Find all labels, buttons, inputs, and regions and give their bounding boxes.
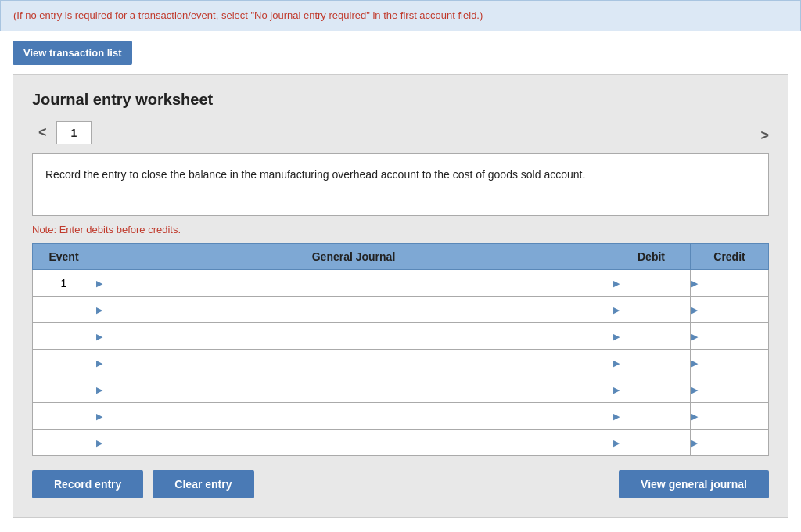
journal-cell[interactable]: ▶ [95,297,612,323]
top-toolbar: View transaction list [0,31,801,74]
journal-cell[interactable]: ▶ [95,270,612,297]
debit-cell[interactable]: ▶ [612,376,691,403]
worksheet-title: Journal entry worksheet [32,91,769,109]
journal-cell[interactable]: ▶ [95,323,612,350]
view-general-journal-button[interactable]: View general journal [619,470,769,498]
journal-table: Event General Journal Debit Credit 1▶▶▶▶… [32,243,769,456]
header-event: Event [33,244,95,270]
record-entry-button[interactable]: Record entry [32,470,143,498]
credit-cell[interactable]: ▶ [691,376,769,403]
credit-cell[interactable]: ▶ [691,430,769,456]
prev-tab-button[interactable]: < [32,121,53,144]
journal-input[interactable] [95,403,612,429]
note-text: Note: Enter debits before credits. [32,224,769,235]
table-row: ▶▶▶ [33,297,769,323]
credit-input[interactable] [691,297,768,322]
header-debit: Debit [612,244,691,270]
notice-text: (If no entry is required for a transacti… [13,9,483,21]
table-row: ▶▶▶ [33,430,769,456]
journal-input[interactable] [95,376,612,402]
event-cell: 1 [33,270,95,297]
event-cell [33,297,95,323]
journal-input[interactable] [95,270,612,296]
tabs-row: < 1 > [32,121,769,144]
debit-input[interactable] [612,270,690,296]
clear-entry-button[interactable]: Clear entry [153,470,253,498]
next-tab-button[interactable]: > [760,128,769,144]
journal-cell[interactable]: ▶ [95,430,612,456]
tab-1[interactable]: 1 [56,121,92,144]
credit-input[interactable] [691,376,768,402]
credit-cell[interactable]: ▶ [691,403,769,430]
table-row: 1▶▶▶ [33,270,769,297]
debit-cell[interactable]: ▶ [612,403,691,430]
credit-cell[interactable]: ▶ [691,350,769,376]
table-row: ▶▶▶ [33,323,769,350]
credit-cell[interactable]: ▶ [691,297,769,323]
footer-buttons: Record entry Clear entry View general jo… [32,470,769,498]
event-cell [33,403,95,430]
journal-input[interactable] [95,350,612,376]
debit-input[interactable] [612,350,690,376]
credit-cell[interactable]: ▶ [691,323,769,350]
description-box: Record the entry to close the balance in… [32,153,769,216]
debit-input[interactable] [612,430,690,455]
description-text: Record the entry to close the balance in… [45,168,585,181]
journal-input[interactable] [95,430,612,455]
credit-input[interactable] [691,403,768,429]
notice-bar: (If no entry is required for a transacti… [0,0,801,31]
debit-cell[interactable]: ▶ [612,350,691,376]
debit-input[interactable] [612,403,690,429]
header-general-journal: General Journal [95,244,612,270]
journal-input[interactable] [95,297,612,322]
worksheet-container: Journal entry worksheet < 1 > Record the… [13,74,788,518]
credit-cell[interactable]: ▶ [691,270,769,297]
debit-input[interactable] [612,376,690,402]
journal-cell[interactable]: ▶ [95,350,612,376]
debit-cell[interactable]: ▶ [612,323,691,350]
header-credit: Credit [691,244,769,270]
event-cell [33,430,95,456]
table-row: ▶▶▶ [33,403,769,430]
event-cell [33,350,95,376]
debit-cell[interactable]: ▶ [612,270,691,297]
view-transaction-button[interactable]: View transaction list [13,41,132,65]
credit-input[interactable] [691,270,768,296]
table-row: ▶▶▶ [33,376,769,403]
event-cell [33,323,95,350]
credit-input[interactable] [691,350,768,376]
journal-cell[interactable]: ▶ [95,403,612,430]
table-row: ▶▶▶ [33,350,769,376]
event-cell [33,376,95,403]
debit-cell[interactable]: ▶ [612,430,691,456]
debit-cell[interactable]: ▶ [612,297,691,323]
debit-input[interactable] [612,323,690,349]
debit-input[interactable] [612,297,690,322]
table-header-row: Event General Journal Debit Credit [33,244,769,270]
credit-input[interactable] [691,323,768,349]
journal-input[interactable] [95,323,612,349]
credit-input[interactable] [691,430,768,455]
journal-cell[interactable]: ▶ [95,376,612,403]
